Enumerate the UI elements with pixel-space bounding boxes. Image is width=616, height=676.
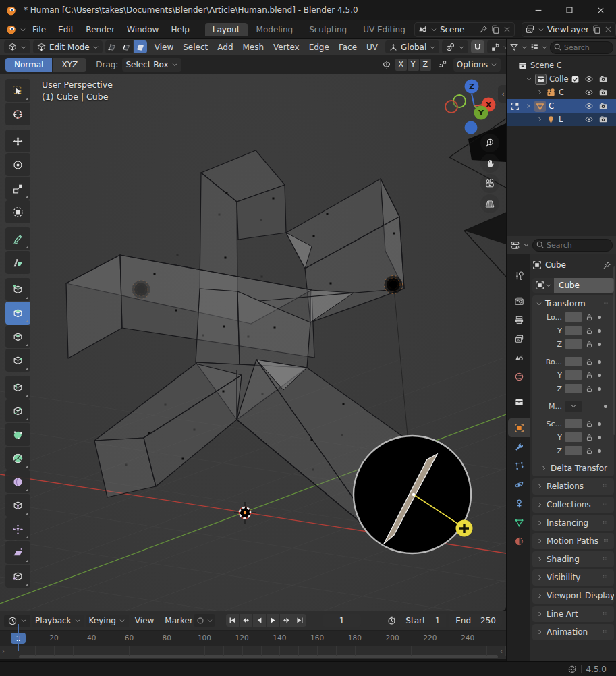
tool-shear[interactable] xyxy=(5,541,30,564)
outliner-item-label[interactable]: Scene C xyxy=(530,61,562,70)
animate-dot[interactable] xyxy=(598,343,601,346)
animate-dot[interactable] xyxy=(598,360,601,364)
animate-dot[interactable] xyxy=(598,436,601,439)
ortho-toggle-button[interactable] xyxy=(480,194,499,213)
viewport-menu-add[interactable]: Add xyxy=(213,43,237,52)
close-button[interactable] xyxy=(585,0,616,20)
tweak-gizmo-icon[interactable] xyxy=(437,59,447,69)
transform-panel-header[interactable]: Transform xyxy=(532,297,614,310)
panel-line-art[interactable]: Line Art xyxy=(532,606,614,622)
drag-dots-icon[interactable] xyxy=(601,557,610,563)
drag-dots-icon[interactable] xyxy=(601,502,610,508)
tool-add-cube[interactable] xyxy=(5,278,30,301)
current-frame-field[interactable]: 1 xyxy=(323,614,361,627)
animate-dot[interactable] xyxy=(598,329,601,333)
timeline-ruler[interactable]: 1 20406080100120140160180200220240 xyxy=(0,631,506,646)
minimize-button[interactable] xyxy=(523,0,554,20)
timeline-tracks[interactable]: › ‹ xyxy=(0,646,506,659)
tool-bevel[interactable] xyxy=(5,349,30,372)
tool-measure[interactable] xyxy=(5,251,30,274)
collection-icon[interactable] xyxy=(535,74,547,85)
mode-dropdown[interactable]: Edit Mode xyxy=(33,40,103,53)
tool-spin[interactable] xyxy=(5,447,30,470)
mesh-data-icon[interactable] xyxy=(534,101,546,112)
tool-annotate[interactable] xyxy=(5,227,30,250)
tool-move[interactable] xyxy=(5,130,30,152)
delta-transform-panel-header[interactable]: Delta Transfor xyxy=(532,461,614,475)
unlock-icon[interactable] xyxy=(585,420,594,428)
pin-icon[interactable] xyxy=(603,261,611,270)
tool-poly-build[interactable] xyxy=(5,423,30,446)
face-select-button[interactable] xyxy=(134,40,147,53)
properties-tab-tool[interactable] xyxy=(508,266,530,285)
transform-value-field[interactable] xyxy=(565,384,582,393)
pan-view-button[interactable] xyxy=(480,154,499,173)
eye-icon[interactable] xyxy=(584,115,594,124)
unlock-icon[interactable] xyxy=(585,313,594,322)
sidebar-collapse-tab[interactable]: ‹ xyxy=(498,85,506,103)
panel-collections[interactable]: Collections xyxy=(532,497,614,513)
tool-transform[interactable] xyxy=(5,200,30,223)
workspace-tab-layout[interactable]: Layout xyxy=(205,23,248,36)
properties-tab-physics[interactable] xyxy=(508,475,530,494)
viewport-menu-vertex[interactable]: Vertex xyxy=(269,43,304,52)
jump-to-start-button[interactable] xyxy=(226,614,239,627)
editor-type-button[interactable] xyxy=(4,40,30,53)
mirror-axis-y[interactable]: Y xyxy=(408,59,419,71)
end-frame-field[interactable]: End 250 xyxy=(449,614,502,627)
outliner-item-label[interactable]: Colle xyxy=(549,74,569,84)
tool-rip-region[interactable] xyxy=(5,565,30,588)
properties-tab-world[interactable] xyxy=(508,367,530,386)
viewport-menu-mesh[interactable]: Mesh xyxy=(238,43,269,52)
close-icon[interactable] xyxy=(604,25,613,34)
animate-dot[interactable] xyxy=(598,449,601,453)
mirror-axis-z[interactable]: Z xyxy=(420,59,431,71)
properties-tab-scene[interactable] xyxy=(508,348,530,367)
unlock-icon[interactable] xyxy=(585,327,594,335)
camera-restrict-icon[interactable] xyxy=(598,101,608,111)
eye-icon[interactable] xyxy=(584,74,594,84)
tool-shrink-fatten[interactable] xyxy=(5,517,30,540)
viewport-menu-uv[interactable]: UV xyxy=(362,43,383,52)
eye-icon[interactable] xyxy=(584,101,594,111)
menu-window[interactable]: Window xyxy=(121,23,165,36)
viewport-menu-edge[interactable]: Edge xyxy=(304,43,334,52)
scroll-left-arrow[interactable]: › xyxy=(2,648,5,655)
outliner-row[interactable]: Scene C xyxy=(507,59,616,72)
transform-value-field[interactable] xyxy=(565,370,582,380)
properties-tab-object-data[interactable] xyxy=(508,513,530,532)
timeline-menu-playback[interactable]: Playback xyxy=(32,615,84,627)
timeline-scrollbar[interactable] xyxy=(19,655,498,658)
duplicate-icon[interactable] xyxy=(592,25,601,34)
outliner-item-label[interactable]: C xyxy=(549,101,554,111)
menu-file[interactable]: File xyxy=(26,23,52,36)
menu-render[interactable]: Render xyxy=(80,23,121,36)
duplicate-icon[interactable] xyxy=(491,25,500,34)
drag-dots-icon[interactable] xyxy=(602,301,611,307)
stopwatch-icon[interactable] xyxy=(387,615,397,625)
tool-select-box[interactable] xyxy=(5,79,30,102)
properties-tab-constraints[interactable] xyxy=(508,494,530,513)
snap-toggle[interactable] xyxy=(471,40,484,53)
view-layer-name[interactable]: ViewLayer xyxy=(547,25,589,34)
start-frame-field[interactable]: Start 1 xyxy=(399,614,446,627)
transform-value-field[interactable] xyxy=(565,326,582,335)
blender-menu-icon[interactable] xyxy=(5,24,17,35)
viewport-menu-face[interactable]: Face xyxy=(334,43,362,52)
object-id-dropdown[interactable] xyxy=(532,278,554,293)
timeline-menu-view[interactable]: View xyxy=(130,616,159,625)
panel-viewport-display[interactable]: Viewport Display xyxy=(532,588,614,604)
outliner-row[interactable]: C xyxy=(507,99,616,113)
chevron-right-icon[interactable] xyxy=(536,89,543,96)
tool-knife[interactable] xyxy=(5,399,30,422)
mirror-axis-x[interactable]: X xyxy=(395,59,407,71)
animate-dot[interactable] xyxy=(598,422,601,426)
drag-tool-dropdown[interactable]: Select Box xyxy=(122,58,181,72)
unlock-icon[interactable] xyxy=(585,340,594,349)
breadcrumb-object[interactable]: Cube xyxy=(545,260,566,270)
outliner-row[interactable]: L xyxy=(507,113,616,126)
close-icon[interactable] xyxy=(503,25,511,34)
panel-visibility[interactable]: Visibility xyxy=(532,569,614,586)
prev-keyframe-button[interactable] xyxy=(240,614,252,627)
maximize-button[interactable] xyxy=(554,0,585,20)
